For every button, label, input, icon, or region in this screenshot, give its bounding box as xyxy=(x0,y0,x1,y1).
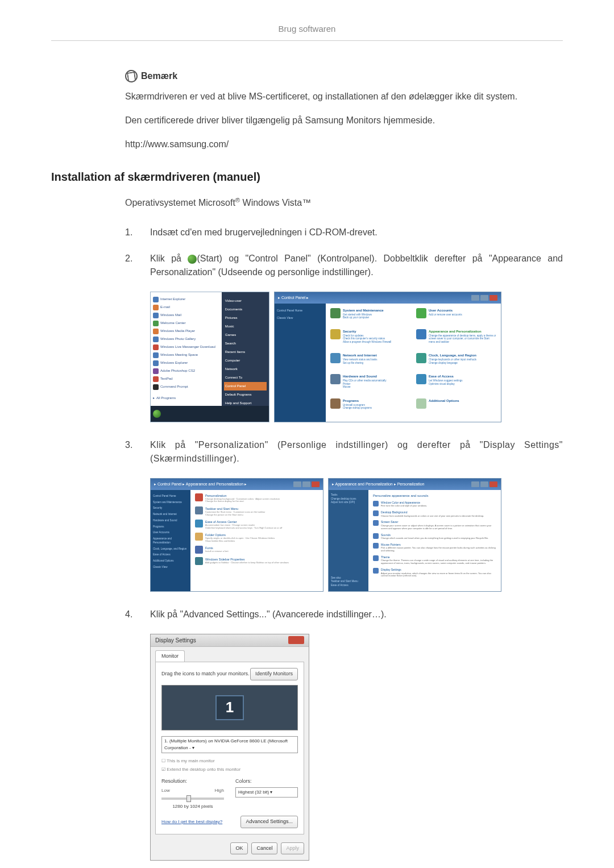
step-4: 4. Klik på "Advanced Settings..." (Avanc… xyxy=(125,608,563,621)
monitor-1-icon[interactable]: 1 xyxy=(215,695,244,720)
ok-button[interactable]: OK xyxy=(230,842,248,855)
apply-button[interactable]: Apply xyxy=(281,842,304,855)
screenshot-display-settings: Display Settings Monitor Drag the icons … xyxy=(150,634,309,861)
identify-monitors-button[interactable]: Identify Monitors xyxy=(250,668,298,680)
display-settings-title: Display Settings xyxy=(155,636,196,645)
note-heading-text: Bemærk xyxy=(141,69,177,83)
step-3: 3. Klik på "Personalization" (Personlige… xyxy=(125,438,563,466)
step-4-text: Klik på "Advanced Settings..." (Avancere… xyxy=(150,608,563,621)
extend-desktop-checkbox[interactable]: ☑ Extend the desktop onto this monitor xyxy=(161,766,298,773)
monitor-select-dropdown[interactable]: 1. (Multiple Monitors) on NVIDIA GeForce… xyxy=(161,736,298,753)
drag-monitors-label: Drag the icons to match your monitors. xyxy=(161,670,250,678)
screenshot-personalization: ▸ Appearance and Personalization ▸ Perso… xyxy=(328,478,501,592)
page-header: Brug softwaren xyxy=(51,23,563,41)
step-1-number: 1. xyxy=(125,226,139,239)
note-paragraph-1: Skærmdriveren er ved at blive MS-certifi… xyxy=(125,90,563,103)
step-3-text: Klik på "Personalization" (Personlige in… xyxy=(150,438,563,466)
screenshot-control-panel: ▸ Control Panel ▸ Control Panel Home Cla… xyxy=(274,292,501,422)
screenshot-appearance-personalization: ▸ Control Panel ▸ Appearance and Persona… xyxy=(150,478,323,592)
resolution-label: Resolution: xyxy=(161,778,224,786)
colors-dropdown[interactable]: Highest (32 bit) ▾ xyxy=(235,787,298,798)
step-1: 1. Indsæt cd'en med brugervejledningen i… xyxy=(125,226,563,239)
colors-label: Colors: xyxy=(235,778,298,786)
note-heading: Bemærk xyxy=(125,69,563,83)
advanced-settings-button[interactable]: Advanced Settings... xyxy=(240,816,298,828)
note-link: http://www.samsung.com/ xyxy=(125,138,563,151)
note-paragraph-2: Den certificerede driver bliver tilgænge… xyxy=(125,114,563,127)
section-heading: Installation af skærmdriveren (manuel) xyxy=(51,168,563,185)
tab-monitor[interactable]: Monitor xyxy=(155,650,185,662)
start-orb-icon xyxy=(153,410,161,418)
step-1-text: Indsæt cd'en med brugervejledningen i CD… xyxy=(150,226,563,239)
monitor-arrangement-area[interactable]: 1 xyxy=(161,685,298,730)
close-icon[interactable] xyxy=(288,636,304,644)
screenshot-start-menu: Internet Explorer E-mail Windows Mail We… xyxy=(150,292,269,422)
resolution-value: 1280 by 1024 pixels xyxy=(161,803,224,810)
step-2-number: 2. xyxy=(125,252,139,279)
best-display-link[interactable]: How do I get the best display? xyxy=(161,819,222,825)
step-4-number: 4. xyxy=(125,608,139,621)
os-subtitle: Operativsystemet Microsoft® Windows Vist… xyxy=(125,196,563,210)
step-2: 2. Klik på (Start) og "Control Panel" (K… xyxy=(125,252,563,279)
start-orb-icon xyxy=(188,255,197,264)
main-monitor-checkbox[interactable]: ☐ This is my main monitor xyxy=(161,758,298,765)
resolution-slider[interactable] xyxy=(161,798,224,800)
step-2-text: Klik på (Start) og "Control Panel" (Kont… xyxy=(150,252,563,279)
note-icon xyxy=(125,69,139,83)
step-3-number: 3. xyxy=(125,438,139,466)
cancel-button[interactable]: Cancel xyxy=(251,842,277,855)
